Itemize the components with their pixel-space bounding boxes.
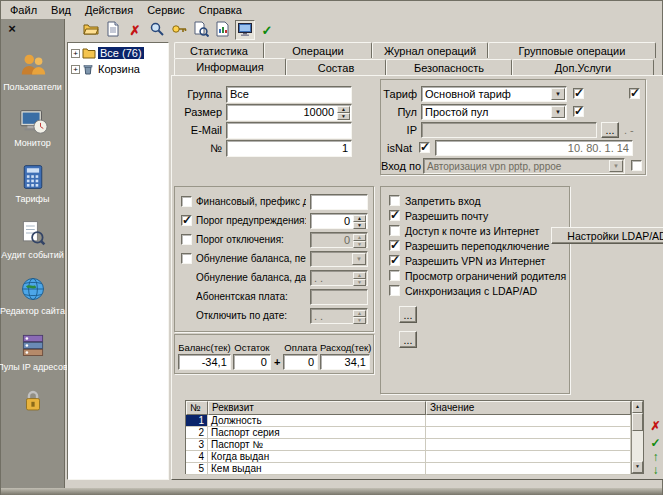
- isnat-label: isNat: [387, 142, 417, 155]
- lock-icon[interactable]: [20, 388, 46, 416]
- reset-period-checkbox[interactable]: [181, 253, 192, 264]
- fin-prefix-checkbox[interactable]: [181, 196, 192, 207]
- sidebar-item-monitor[interactable]: Монитор: [1, 106, 65, 148]
- delete-button[interactable]: ✗: [125, 20, 145, 40]
- spin-down-icon[interactable]: ▼: [337, 113, 350, 120]
- size-spinner[interactable]: ▲▼: [337, 106, 350, 119]
- search-page-button[interactable]: [191, 20, 211, 40]
- scroll-down-icon[interactable]: ▼: [632, 461, 643, 473]
- tab-security[interactable]: Безопасность: [386, 59, 512, 75]
- table-row[interactable]: 2 Паспорт серия: [186, 427, 631, 439]
- allow-mail-checkbox[interactable]: [389, 210, 400, 221]
- group-input[interactable]: Все: [226, 86, 352, 103]
- spin-up-icon[interactable]: ▲: [353, 215, 366, 222]
- sidebar-item-site-editor[interactable]: Редактор сайта: [1, 274, 65, 316]
- manage-children-more-button[interactable]: ...: [399, 306, 417, 323]
- defaults-more-button[interactable]: ...: [399, 331, 417, 348]
- payment-col: Оплата 0: [283, 342, 318, 370]
- size-input[interactable]: 10000 ▲▼: [226, 104, 352, 121]
- column-header-num[interactable]: №: [186, 401, 208, 415]
- table-row[interactable]: 4 Когда выдан: [186, 451, 631, 463]
- number-input[interactable]: 1: [226, 140, 352, 157]
- mail-from-internet-checkbox[interactable]: [389, 225, 400, 236]
- tab-extra-services[interactable]: Доп.Услуги: [512, 59, 654, 75]
- column-header-name[interactable]: Реквизит: [208, 401, 426, 415]
- menu-help[interactable]: Справка: [192, 2, 249, 18]
- table-row[interactable]: 5 Кем выдан: [186, 463, 631, 475]
- tab-statistics[interactable]: Статистика: [174, 42, 264, 58]
- report-button[interactable]: [213, 20, 233, 40]
- row-value[interactable]: [426, 451, 631, 463]
- ip-input[interactable]: [421, 122, 597, 138]
- spin-up-icon[interactable]: ▲: [337, 106, 350, 113]
- vertical-scrollbar[interactable]: ▲ ▼: [631, 401, 643, 473]
- new-item-icon: [105, 21, 121, 39]
- move-down-icon[interactable]: ↓: [648, 464, 663, 477]
- ldap-settings-button[interactable]: Настройки LDAP/AD: [551, 227, 663, 244]
- menu-view[interactable]: Вид: [44, 2, 78, 18]
- deny-login-checkbox[interactable]: [389, 195, 400, 206]
- tariff-enabled-checkbox[interactable]: [573, 88, 584, 99]
- apply-attribute-icon[interactable]: ✓: [648, 437, 663, 450]
- menu-file[interactable]: Файл: [3, 2, 44, 18]
- tab-composition[interactable]: Состав: [286, 59, 386, 75]
- reset-period-select: ▼: [310, 251, 368, 267]
- spin-down-icon[interactable]: ▼: [353, 222, 366, 229]
- warn-threshold-input[interactable]: 0▲▼: [310, 213, 368, 229]
- expand-icon[interactable]: +: [71, 49, 80, 58]
- off-threshold-checkbox[interactable]: [181, 234, 192, 245]
- scrollbar-thumb[interactable]: [632, 413, 643, 431]
- row-value[interactable]: [426, 463, 631, 475]
- tree-item-trash[interactable]: + Корзина: [70, 61, 168, 77]
- menu-service[interactable]: Сервис: [140, 2, 192, 18]
- parent-limits-checkbox[interactable]: [389, 270, 400, 281]
- expand-icon[interactable]: +: [71, 65, 80, 74]
- column-header-value[interactable]: Значение: [426, 401, 631, 415]
- tab-operations[interactable]: Операции: [264, 42, 372, 58]
- scrollbar-track[interactable]: [632, 431, 643, 461]
- dropdown-icon[interactable]: ▼: [551, 88, 565, 100]
- open-folder-button[interactable]: [81, 20, 101, 40]
- tab-information[interactable]: Информация: [174, 58, 286, 75]
- row-value[interactable]: [426, 415, 631, 427]
- tree-item-all[interactable]: + Все (76): [70, 45, 168, 61]
- login-checkbox[interactable]: [631, 160, 642, 171]
- fin-prefix-input[interactable]: [310, 194, 368, 210]
- table-row[interactable]: 1 Должность: [186, 415, 631, 427]
- find-button[interactable]: [147, 20, 167, 40]
- reset-date-label: Обнуление баланса, дата:: [196, 272, 306, 283]
- table-row[interactable]: 3 Паспорт №: [186, 439, 631, 451]
- row-value[interactable]: [426, 427, 631, 439]
- allow-vpn-checkbox[interactable]: [389, 255, 400, 266]
- new-item-button[interactable]: [103, 20, 123, 40]
- key-button[interactable]: [169, 20, 189, 40]
- isnat-checkbox[interactable]: [419, 142, 430, 153]
- tab-group-operations[interactable]: Групповые операции: [488, 42, 656, 58]
- menu-actions[interactable]: Действия: [78, 2, 140, 18]
- tree-item-label: Все (76): [98, 47, 144, 59]
- warn-threshold-checkbox[interactable]: [181, 215, 192, 226]
- sidebar-item-ip-pools[interactable]: Пулы IP адресов: [1, 330, 65, 372]
- sidebar-item-tariffs[interactable]: Тарифы: [1, 162, 65, 204]
- monitor-button[interactable]: [235, 20, 255, 40]
- pool-enabled-checkbox[interactable]: [573, 106, 584, 117]
- dropdown-icon[interactable]: ▼: [551, 106, 565, 118]
- close-icon[interactable]: ×: [5, 22, 19, 36]
- allow-reconnect-checkbox[interactable]: [389, 240, 400, 251]
- sidebar-item-audit[interactable]: Аудит событий: [1, 218, 65, 260]
- tariff-select[interactable]: Основной тариф ▼: [421, 86, 567, 102]
- warn-threshold-spinner[interactable]: ▲▼: [353, 215, 366, 227]
- login-type-select[interactable]: Авторизация vpn pptp, pppoe ▼: [423, 158, 625, 174]
- ip-more-button[interactable]: ...: [601, 122, 619, 138]
- email-input[interactable]: [226, 122, 352, 139]
- scroll-up-icon[interactable]: ▲: [632, 401, 643, 413]
- tab-operations-log[interactable]: Журнал операций: [372, 42, 488, 58]
- sidebar-item-users[interactable]: Пользователи: [1, 50, 65, 92]
- delete-attribute-icon[interactable]: ✗: [648, 420, 663, 433]
- tariff-extra-checkbox[interactable]: [629, 88, 640, 99]
- pool-select[interactable]: Простой пул ▼: [421, 104, 567, 120]
- row-value[interactable]: [426, 439, 631, 451]
- ldap-sync-checkbox[interactable]: [389, 285, 400, 296]
- apply-button[interactable]: ✓: [257, 20, 277, 40]
- isnat-ip-input[interactable]: 10. 80. 1. 14: [435, 140, 633, 156]
